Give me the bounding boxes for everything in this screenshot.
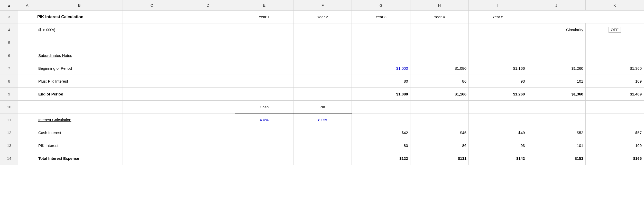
row-13-a (18, 139, 36, 152)
row-11-g (352, 113, 410, 126)
row-11-f: 8.0% (293, 113, 352, 126)
row-6-num: 6 (0, 49, 18, 62)
row-7-g: $1,000 (352, 62, 410, 75)
row-5-e (235, 36, 293, 49)
row-6-j (527, 49, 585, 62)
row-3-f (181, 11, 235, 23)
row-6-b: Subordinates Notes (36, 49, 123, 62)
col-header-b: B (36, 0, 123, 11)
row-13-num: 13 (0, 139, 18, 152)
row-9-a (18, 88, 36, 101)
row-13-k: 109 (585, 139, 644, 152)
row-14-num: 14 (0, 152, 18, 165)
row-14-d (181, 152, 235, 165)
row-6-e (235, 49, 293, 62)
row-12: 12 Cash Interest $42 $45 $49 $52 $57 (0, 126, 644, 139)
row-3-a (18, 11, 36, 23)
row-9-c (123, 88, 181, 101)
row-11-d (181, 113, 235, 126)
row-9-b: End of Period (36, 88, 123, 101)
row-9-k: $1,469 (585, 88, 644, 101)
col-header-d: D (181, 0, 235, 11)
row-3-j: Year 4 (410, 11, 468, 23)
row-12-f (293, 126, 352, 139)
row-11: 11 Interest Calculation 4.0% 8.0% (0, 113, 644, 126)
row-3-num: 3 (0, 11, 18, 23)
row-7-f (293, 62, 352, 75)
row-10-k (585, 101, 644, 113)
row-8-j: 101 (527, 75, 585, 88)
row-13-f (293, 139, 352, 152)
row-8-i: 93 (469, 75, 527, 88)
row-9-num: 9 (0, 88, 18, 101)
row-3-title: PIK Interest Calculation (36, 11, 123, 23)
row-13-d (181, 139, 235, 152)
row-3-i: Year 3 (352, 11, 410, 23)
row-4-off-cell[interactable]: OFF (585, 23, 644, 36)
row-9-i: $1,260 (469, 88, 527, 101)
row-13-i: 93 (469, 139, 527, 152)
row-9-g: $1,080 (352, 88, 410, 101)
row-6-d (181, 49, 235, 62)
row-5-d (181, 36, 235, 49)
row-14-g: $122 (352, 152, 410, 165)
row-10-a (18, 101, 36, 113)
row-13-j: 101 (527, 139, 585, 152)
row-9: 9 End of Period $1,080 $1,166 $1,260 $1,… (0, 88, 644, 101)
row-7-num: 7 (0, 62, 18, 75)
col-header-k: K (585, 0, 644, 11)
col-header-c: C (123, 0, 181, 11)
row-7: 7 Beginning of Period $1,000 $1,080 $1,1… (0, 62, 644, 75)
col-header-i: I (469, 0, 527, 11)
row-11-num: 11 (0, 113, 18, 126)
row-4: 4 ($ in 000s) Circularity OFF (0, 23, 644, 36)
row-13-g: 80 (352, 139, 410, 152)
row-4-b: ($ in 000s) (36, 23, 123, 36)
row-12-i: $49 (469, 126, 527, 139)
row-13-h: 86 (410, 139, 468, 152)
row-8: 8 Plus: PIK Interest 80 86 93 101 109 (0, 75, 644, 88)
row-7-e (235, 62, 293, 75)
row-5-i (469, 36, 527, 49)
spreadsheet: ▲ A B C D E F G H I J K 3 PIK Interest C… (0, 0, 644, 165)
row-12-d (181, 126, 235, 139)
row-8-k: 109 (585, 75, 644, 88)
col-header-j: J (527, 0, 585, 11)
row-12-e (235, 126, 293, 139)
row-4-h (410, 23, 468, 36)
row-12-c (123, 126, 181, 139)
row-14-j: $153 (527, 152, 585, 165)
row-6-h (410, 49, 468, 62)
row-5-h (410, 36, 468, 49)
row-5: 5 (0, 36, 644, 49)
row-11-c (123, 113, 181, 126)
row-7-i: $1,166 (469, 62, 527, 75)
row-14-e (235, 152, 293, 165)
row-10: 10 Cash PIK (0, 101, 644, 113)
row-6-g (352, 49, 410, 62)
row-4-g (352, 23, 410, 36)
row-13: 13 PIK Interest 80 86 93 101 109 (0, 139, 644, 152)
row-8-d (181, 75, 235, 88)
row-10-c (123, 101, 181, 113)
row-10-i (469, 101, 527, 113)
row-11-j (527, 113, 585, 126)
row-10-e: Cash (235, 101, 293, 113)
row-3-g: Year 1 (235, 11, 293, 23)
row-8-g: 80 (352, 75, 410, 88)
off-button[interactable]: OFF (609, 27, 621, 33)
row-12-b: Cash Interest (36, 126, 123, 139)
row-7-h: $1,080 (410, 62, 468, 75)
row-10-j (527, 101, 585, 113)
row-13-b: PIK Interest (36, 139, 123, 152)
row-5-b (36, 36, 123, 49)
row-10-f: PIK (293, 101, 352, 113)
row-7-b: Beginning of Period (36, 62, 123, 75)
row-3: 3 PIK Interest Calculation Year 1 Year 2… (0, 11, 644, 23)
row-11-e: 4.0% (235, 113, 293, 126)
row-3-e (123, 11, 181, 23)
row-9-f (293, 88, 352, 101)
row-6-i (469, 49, 527, 62)
row-4-f (293, 23, 352, 36)
row-12-k: $57 (585, 126, 644, 139)
